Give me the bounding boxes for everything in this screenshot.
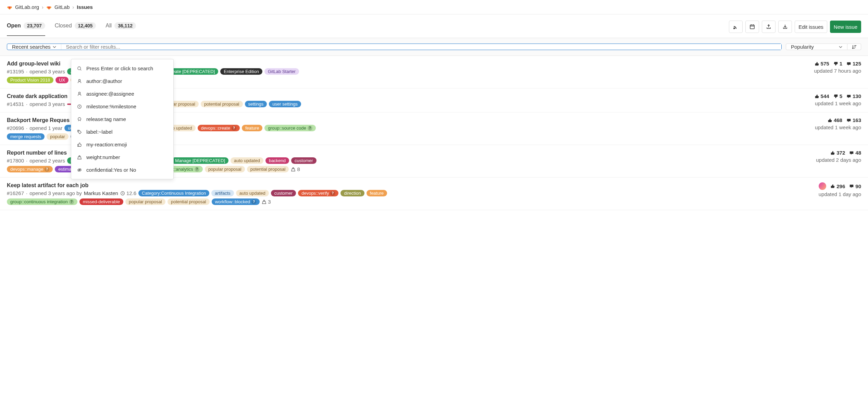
issue-label[interactable]: auto updated: [236, 190, 269, 196]
issue-label[interactable]: feature: [367, 190, 387, 196]
filter-bar: Recent searches Press Enter or click to …: [7, 44, 782, 50]
comments-count: 90: [849, 183, 861, 189]
issue-label[interactable]: auto updated: [231, 157, 263, 164]
issue-author[interactable]: Markus Kasten: [84, 190, 118, 196]
issue-state-tabs: Open23,707Closed12,405All36,112: [7, 22, 136, 36]
issue-label[interactable]: feature: [242, 125, 262, 131]
issue-opened: opened 2 years: [29, 158, 65, 164]
search-icon: [77, 66, 82, 71]
thumbs-up-count: 372: [830, 150, 845, 156]
issue-label[interactable]: user settings: [269, 101, 301, 107]
svg-rect-1: [750, 25, 754, 29]
issue-updated: updated 1 week ago: [803, 100, 861, 106]
issue-label[interactable]: popular proposal: [125, 198, 165, 205]
tab-closed[interactable]: Closed12,405: [55, 22, 96, 36]
search-hint-item[interactable]: author:@author: [71, 75, 173, 87]
breadcrumb-project[interactable]: GitLab: [54, 4, 70, 10]
issue-label[interactable]: potential proposal: [247, 166, 289, 172]
issue-label[interactable]: direction: [340, 190, 364, 196]
search-hint-text: author:@author: [86, 78, 122, 84]
search-hint-item[interactable]: weight:number: [71, 151, 173, 164]
issue-label[interactable]: devops::manage?: [7, 166, 53, 172]
recent-searches-dropdown[interactable]: Recent searches: [7, 44, 61, 50]
comments-count: 163: [846, 117, 861, 123]
issue-row: Keep latest artifact for each job #16267…: [0, 178, 868, 210]
issue-label[interactable]: Manage [DEPRECATED]: [172, 157, 228, 164]
user-icon: [77, 78, 82, 84]
new-issue-button[interactable]: New issue: [830, 21, 861, 33]
issue-label[interactable]: missed-deliverable: [79, 198, 123, 205]
issue-title[interactable]: Keep latest artifact for each job: [7, 182, 796, 189]
sort-dropdown[interactable]: Popularity: [786, 44, 847, 50]
issue-label[interactable]: merge requests: [7, 133, 45, 140]
issue-label[interactable]: potential proposal: [201, 101, 243, 107]
tab-count: 23,707: [24, 22, 45, 29]
search-hint-item[interactable]: confidential:Yes or No: [71, 164, 173, 176]
issue-label[interactable]: devops::verify?: [298, 190, 338, 196]
issue-label[interactable]: UX: [55, 77, 69, 83]
rocket-icon: [77, 117, 82, 122]
user-icon: [77, 91, 82, 97]
chevron-down-icon: [53, 45, 56, 49]
issue-label[interactable]: popular proposal: [205, 166, 245, 172]
issue-label[interactable]: devops::create?: [198, 125, 240, 131]
issue-label[interactable]: Category:Continuous Integration: [138, 190, 209, 196]
issue-opened: opened 3 years: [29, 101, 65, 107]
issue-ref: #20696: [7, 125, 24, 131]
calendar-button[interactable]: [745, 21, 759, 33]
search-hint-item[interactable]: my-reaction:emoji: [71, 138, 173, 151]
issue-ref: #16267: [7, 190, 24, 196]
sort-direction-button[interactable]: [847, 44, 861, 50]
issue-opened: opened 3 years: [29, 69, 65, 74]
issue-label[interactable]: potential proposal: [168, 198, 210, 205]
svg-point-2: [78, 66, 81, 70]
issue-label[interactable]: customer: [291, 157, 316, 164]
tab-all[interactable]: All36,112: [106, 22, 136, 36]
search-input[interactable]: [61, 44, 781, 50]
issue-label[interactable]: group::continuous integration?: [7, 198, 77, 205]
export-button[interactable]: [762, 21, 776, 33]
search-hint-item[interactable]: Press Enter or click to search: [71, 62, 173, 75]
issue-label[interactable]: GitLab Starter: [264, 68, 299, 75]
issue-updated: updated 7 hours ago: [803, 68, 861, 74]
gitlab-icon: [46, 4, 52, 10]
search-hint-item[interactable]: release:tag name: [71, 113, 173, 125]
rss-button[interactable]: [729, 21, 743, 33]
issue-label[interactable]: settings: [245, 101, 267, 107]
issue-label[interactable]: workflow::blocked?: [212, 198, 260, 205]
sort-label: Popularity: [791, 44, 814, 50]
issue-label[interactable]: backend: [265, 157, 289, 164]
question-icon: ?: [195, 167, 199, 172]
thumbs-down-count: 5: [833, 93, 842, 99]
edit-issues-button[interactable]: Edit issues: [795, 21, 827, 33]
search-hint-text: label:~label: [86, 129, 112, 135]
search-hint-item[interactable]: assignee:@assignee: [71, 87, 173, 100]
tab-open[interactable]: Open23,707: [7, 22, 45, 36]
svg-point-0: [734, 28, 734, 29]
search-hint-item[interactable]: label:~label: [71, 125, 173, 138]
recent-searches-label: Recent searches: [12, 44, 51, 50]
issue-label[interactable]: Product Vision 2018: [7, 77, 53, 83]
search-hint-item[interactable]: milestone:%milestone: [71, 100, 173, 113]
issue-label[interactable]: Enterprise Edition: [220, 68, 262, 75]
thumbs-up-icon: [77, 142, 82, 147]
issue-label[interactable]: popular: [47, 133, 68, 140]
question-icon: ?: [251, 200, 256, 204]
issue-updated: updated 2 days ago: [803, 157, 861, 163]
breadcrumb-org[interactable]: GitLab.org: [15, 4, 39, 10]
issue-updated: updated 1 day ago: [803, 191, 861, 197]
import-button[interactable]: [778, 21, 792, 33]
issue-label[interactable]: customer: [271, 190, 296, 196]
issue-weight: 8: [291, 166, 300, 172]
search-hints-dropdown: Press Enter or click to searchauthor:@au…: [71, 59, 174, 179]
issue-milestone[interactable]: 12.6: [120, 190, 136, 196]
issue-label[interactable]: group::source code?: [264, 125, 315, 131]
search-hint-text: Press Enter or click to search: [86, 65, 153, 71]
search-hint-text: release:tag name: [86, 116, 126, 122]
issue-label[interactable]: artifacts: [211, 190, 234, 196]
search-hint-text: my-reaction:emoji: [86, 142, 127, 147]
issue-ref: #14531: [7, 101, 24, 107]
assignee-avatar[interactable]: [819, 182, 826, 190]
issue-opened: opened 1 year: [29, 125, 62, 131]
search-hint-text: milestone:%milestone: [86, 104, 136, 109]
